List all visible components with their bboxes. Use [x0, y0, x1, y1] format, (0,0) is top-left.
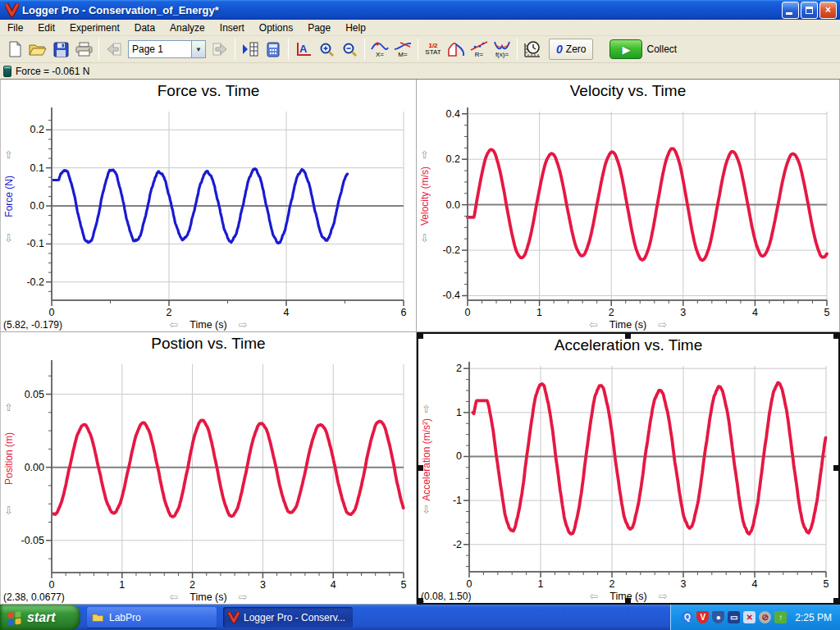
page-selector[interactable]: Page 1 ▼	[128, 40, 206, 58]
selection-handle[interactable]	[625, 333, 631, 339]
tangent-button[interactable]: M=	[391, 37, 414, 62]
chevron-down-icon[interactable]: ▼	[192, 40, 206, 58]
print-button[interactable]	[72, 37, 95, 62]
graph-panel-position[interactable]: Postion vs. Time ⇧ Position (m) ⇩ 012345…	[1, 332, 417, 605]
selection-handle[interactable]	[833, 333, 839, 339]
zoom-out-button[interactable]	[338, 37, 361, 62]
menu-page[interactable]: Page	[300, 21, 338, 35]
x-axis-label-position[interactable]: Time (s)	[189, 591, 226, 603]
x-axis-scroll-right-icon[interactable]: ⇨	[239, 318, 248, 331]
start-button[interactable]: start	[0, 605, 80, 630]
plot-area-acceleration[interactable]: 012345210-1-2	[418, 355, 838, 588]
x-axis-scroll-left-icon[interactable]: ⇦	[589, 590, 598, 602]
y-axis-label-acceleration[interactable]: Acceleration (m/s²)	[421, 418, 432, 501]
y-axis-scroll-up-icon[interactable]: ⇧	[4, 401, 13, 413]
y-axis-scroll-down-icon[interactable]: ⇩	[4, 232, 13, 244]
data-collection-setup-button[interactable]	[521, 37, 544, 62]
integral-button[interactable]	[445, 37, 468, 62]
svg-text:2: 2	[167, 307, 172, 317]
svg-text:A: A	[299, 43, 308, 55]
taskbar-item-labpro[interactable]: LabPro	[87, 607, 217, 628]
examine-button[interactable]: X=	[368, 37, 391, 62]
selection-handle[interactable]	[833, 598, 839, 604]
x-axis-scroll-right-icon[interactable]: ⇨	[658, 318, 667, 331]
svg-text:-0.05: -0.05	[21, 535, 45, 546]
menu-bar: File Edit Experiment Data Analyze Insert…	[0, 20, 840, 36]
selection-handle[interactable]	[418, 465, 423, 471]
menu-help[interactable]: Help	[338, 21, 373, 35]
selection-handle[interactable]	[418, 333, 423, 339]
svg-text:5: 5	[401, 579, 407, 589]
restore-button[interactable]	[801, 2, 818, 19]
menu-analyze[interactable]: Analyze	[162, 21, 212, 35]
page-selector-value[interactable]: Page 1	[128, 40, 192, 58]
y-axis-scroll-up-icon[interactable]: ⇧	[420, 148, 429, 161]
selection-handle[interactable]	[418, 598, 423, 604]
velocity-vs-time-plot[interactable]: 0123450.40.20.0-0.2-0.4	[417, 101, 838, 317]
graph-panel-velocity[interactable]: Velocity vs. Time ⇧ Velocity (m/s) ⇩ 012…	[417, 80, 840, 332]
acceleration-vs-time-plot[interactable]: 012345210-1-2	[418, 355, 838, 588]
calculator-button[interactable]	[262, 37, 285, 62]
y-axis-scroll-up-icon[interactable]: ⇧	[4, 148, 13, 161]
close-button[interactable]: ×	[819, 2, 837, 19]
title-bar[interactable]: Logger Pro - Conservation_of_Energy* ×	[0, 0, 840, 20]
next-page-button[interactable]	[208, 37, 231, 62]
autoscale-button[interactable]: A	[292, 37, 315, 62]
x-axis-scroll-right-icon[interactable]: ⇨	[239, 591, 248, 603]
force-vs-time-plot[interactable]: 02460.20.10.0-0.1-0.2	[1, 101, 415, 317]
open-file-button[interactable]	[26, 37, 49, 62]
y-axis-scroll-up-icon[interactable]: ⇧	[422, 403, 431, 415]
zoom-in-button[interactable]	[315, 37, 338, 62]
y-axis-controls: ⇧ Acceleration (m/s²) ⇩	[419, 403, 433, 516]
x-axis-scroll-left-icon[interactable]: ⇦	[169, 591, 178, 603]
taskbar-item-label: Logger Pro - Conserv...	[244, 612, 345, 623]
y-axis-scroll-down-icon[interactable]: ⇩	[420, 232, 429, 244]
menu-experiment[interactable]: Experiment	[62, 21, 127, 35]
sensor-status-bar[interactable]: Force = -0.061 N	[0, 63, 840, 79]
x-axis-scroll-left-icon[interactable]: ⇦	[589, 318, 598, 331]
menu-file[interactable]: File	[0, 21, 30, 35]
curve-fit-button[interactable]: f(x)=	[491, 37, 514, 62]
save-button[interactable]	[49, 37, 72, 62]
selection-handle[interactable]	[833, 465, 839, 471]
network-disconnected-icon[interactable]: ✕	[743, 611, 756, 623]
blocked-status-icon[interactable]: ⊘	[759, 611, 771, 623]
collect-button[interactable]: ▶ Collect	[606, 38, 683, 61]
antivirus-shield-icon[interactable]: V	[696, 611, 709, 623]
graph-panel-force[interactable]: Force vs. Time ⇧ Force (N) ⇩ 02460.20.10…	[1, 80, 417, 332]
graph-panel-acceleration[interactable]: Acceleration vs. Time ⇧ Acceleration (m/…	[417, 332, 840, 605]
menu-options[interactable]: Options	[252, 21, 300, 35]
x-axis-label-velocity[interactable]: Time (s)	[609, 319, 646, 331]
menu-edit[interactable]: Edit	[30, 21, 62, 35]
x-axis-scroll-left-icon[interactable]: ⇦	[169, 318, 178, 331]
update-tray-icon[interactable]: ↑	[774, 611, 787, 623]
toolbar-separator	[288, 39, 289, 60]
previous-page-button[interactable]	[103, 37, 126, 62]
linear-fit-button[interactable]: R=	[468, 37, 491, 62]
position-vs-time-plot[interactable]: 0123450.050.00-0.05	[1, 354, 415, 589]
y-axis-label-velocity[interactable]: Velocity (m/s)	[419, 167, 431, 226]
statistics-button[interactable]: 1/2 STAT	[422, 37, 445, 62]
selection-handle[interactable]	[625, 598, 631, 604]
toolbar-separator	[235, 39, 235, 60]
y-axis-scroll-down-icon[interactable]: ⇩	[422, 504, 431, 516]
menu-insert[interactable]: Insert	[212, 21, 252, 35]
quicktime-tray-icon[interactable]: Q	[681, 611, 693, 623]
security-shield-icon[interactable]: ●	[712, 611, 724, 623]
svg-text:5: 5	[824, 307, 830, 317]
y-axis-label-force[interactable]: Force (N)	[3, 176, 15, 217]
menu-data[interactable]: Data	[127, 21, 162, 35]
x-axis-label-force[interactable]: Time (s)	[189, 319, 226, 331]
new-file-button[interactable]	[3, 37, 26, 62]
plot-area-velocity[interactable]: 0123450.40.20.0-0.2-0.4	[417, 101, 838, 317]
taskbar-item-logger-pro[interactable]: Logger Pro - Conserv...	[223, 607, 353, 628]
y-axis-label-position[interactable]: Position (m)	[3, 432, 15, 485]
y-axis-scroll-down-icon[interactable]: ⇩	[4, 504, 13, 517]
next-data-set-button[interactable]	[239, 37, 262, 62]
display-audio-icon[interactable]: ▭	[728, 611, 740, 623]
minimize-button[interactable]	[782, 2, 799, 19]
x-axis-scroll-right-icon[interactable]: ⇨	[659, 590, 668, 602]
plot-area-force[interactable]: 02460.20.10.0-0.1-0.2	[1, 101, 415, 317]
zero-button[interactable]: 0 Zero	[549, 39, 593, 60]
plot-area-position[interactable]: 0123450.050.00-0.05	[1, 354, 415, 589]
